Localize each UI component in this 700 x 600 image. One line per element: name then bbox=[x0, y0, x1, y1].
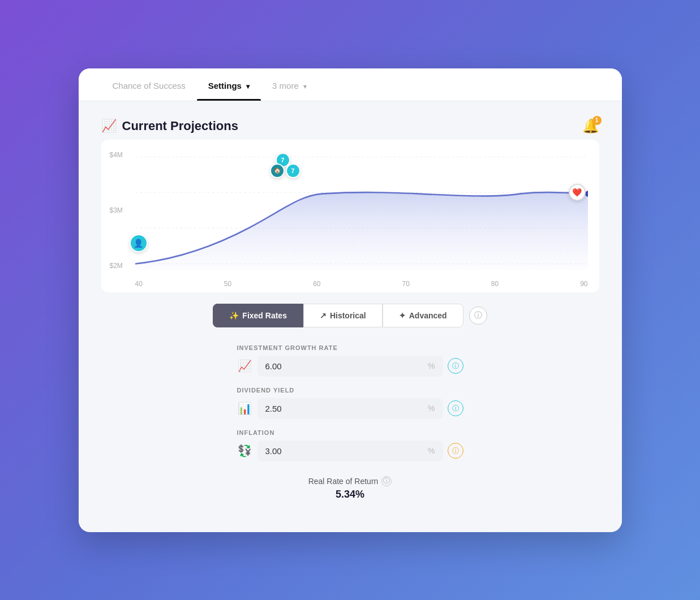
inflation-input[interactable] bbox=[265, 446, 426, 456]
tab-info-button[interactable]: ⓘ bbox=[469, 307, 487, 325]
investment-growth-rate-label: INVESTMENT GROWTH RATE bbox=[237, 344, 463, 351]
chevron-down-icon: ▾ bbox=[246, 83, 250, 90]
tab-chance-of-success[interactable]: Chance of Success bbox=[101, 68, 197, 101]
y-label-4m: $4M bbox=[110, 151, 123, 159]
y-label-3m: $3M bbox=[110, 206, 123, 214]
investment-growth-rate-row: 📈 % ⓘ bbox=[237, 356, 463, 377]
dividend-yield-input[interactable] bbox=[265, 404, 426, 413]
inflation-row: 💱 % ⓘ bbox=[237, 441, 463, 461]
chart-title: 📈 Current Projections bbox=[101, 119, 238, 133]
investment-growth-unit: % bbox=[428, 361, 435, 370]
chart-fill bbox=[135, 192, 588, 270]
notification-bell[interactable]: 🔔 1 bbox=[582, 118, 599, 134]
main-card: Chance of Success Settings ▾ 3 more ▾ 📈 … bbox=[79, 68, 622, 532]
chart-area: $4M $3M $2M bbox=[101, 140, 599, 292]
inflation-info[interactable]: ⓘ bbox=[448, 443, 463, 459]
form-section: INVESTMENT GROWTH RATE 📈 % ⓘ DIVIDEND YI… bbox=[237, 344, 463, 500]
x-label-70: 70 bbox=[402, 280, 409, 288]
inflation-group: INFLATION 💱 % ⓘ bbox=[237, 429, 463, 461]
chart-bubble-heart: ❤️ bbox=[569, 184, 586, 201]
notification-badge: 1 bbox=[592, 116, 602, 125]
investment-growth-input-wrapper: % bbox=[257, 356, 443, 377]
tab-advanced[interactable]: ✦ Advanced bbox=[383, 304, 463, 327]
fixed-rates-icon: ✨ bbox=[229, 311, 239, 320]
real-rate-info-icon[interactable]: ⓘ bbox=[381, 476, 392, 486]
chart-svg-wrapper: 👤 7 🏠 7 ❤️ bbox=[135, 151, 588, 270]
dividend-yield-label: DIVIDEND YIELD bbox=[237, 387, 463, 394]
inflation-icon: 💱 bbox=[237, 444, 253, 457]
rate-tab-group: ✨ Fixed Rates ↗ Historical ✦ Advanced ⓘ bbox=[101, 304, 599, 327]
investment-growth-rate-group: INVESTMENT GROWTH RATE 📈 % ⓘ bbox=[237, 344, 463, 377]
x-label-50: 50 bbox=[224, 280, 231, 288]
x-label-80: 80 bbox=[491, 280, 499, 288]
real-rate-label: Real Rate of Return ⓘ bbox=[237, 476, 463, 486]
nav-tabs: Chance of Success Settings ▾ 3 more ▾ bbox=[79, 68, 622, 101]
inflation-input-wrapper: % bbox=[257, 441, 443, 461]
x-label-90: 90 bbox=[580, 280, 587, 288]
dividend-yield-input-wrapper: % bbox=[257, 398, 443, 419]
chart-icon: 📈 bbox=[101, 119, 117, 133]
historical-icon: ↗ bbox=[320, 311, 327, 320]
tab-settings[interactable]: Settings ▾ bbox=[197, 68, 261, 101]
chart-svg bbox=[135, 151, 588, 270]
tab-fixed-rates[interactable]: ✨ Fixed Rates bbox=[213, 304, 303, 327]
y-label-2m: $2M bbox=[110, 262, 123, 270]
x-label-40: 40 bbox=[135, 280, 143, 288]
dividend-yield-group: DIVIDEND YIELD 📊 % ⓘ bbox=[237, 387, 463, 419]
dividend-yield-row: 📊 % ⓘ bbox=[237, 398, 463, 419]
chart-y-axis: $4M $3M $2M bbox=[110, 151, 123, 270]
dividend-yield-unit: % bbox=[428, 404, 435, 413]
advanced-icon: ✦ bbox=[399, 311, 406, 320]
chart-header: 📈 Current Projections 🔔 1 bbox=[101, 118, 599, 134]
chart-bubble-person: 👤 bbox=[130, 234, 148, 252]
chevron-down-icon: ▾ bbox=[303, 83, 307, 90]
investment-growth-input[interactable] bbox=[265, 361, 426, 371]
investment-growth-icon: 📈 bbox=[237, 359, 253, 373]
dividend-yield-icon: 📊 bbox=[237, 402, 253, 415]
inflation-unit: % bbox=[428, 446, 435, 455]
dividend-yield-info[interactable]: ⓘ bbox=[448, 400, 463, 416]
investment-growth-info[interactable]: ⓘ bbox=[448, 358, 463, 374]
real-rate-section: Real Rate of Return ⓘ 5.34% bbox=[237, 472, 463, 500]
real-rate-value: 5.34% bbox=[237, 489, 463, 500]
tab-historical[interactable]: ↗ Historical bbox=[303, 304, 383, 327]
x-label-60: 60 bbox=[313, 280, 320, 288]
tab-more[interactable]: 3 more ▾ bbox=[261, 68, 318, 101]
chart-x-axis: 40 50 60 70 80 90 bbox=[135, 280, 588, 288]
inflation-label: INFLATION bbox=[237, 429, 463, 436]
main-content: 📈 Current Projections 🔔 1 $4M $3M $2M bbox=[79, 101, 622, 523]
chart-bubble-combined: 🏠 7 bbox=[270, 163, 300, 178]
